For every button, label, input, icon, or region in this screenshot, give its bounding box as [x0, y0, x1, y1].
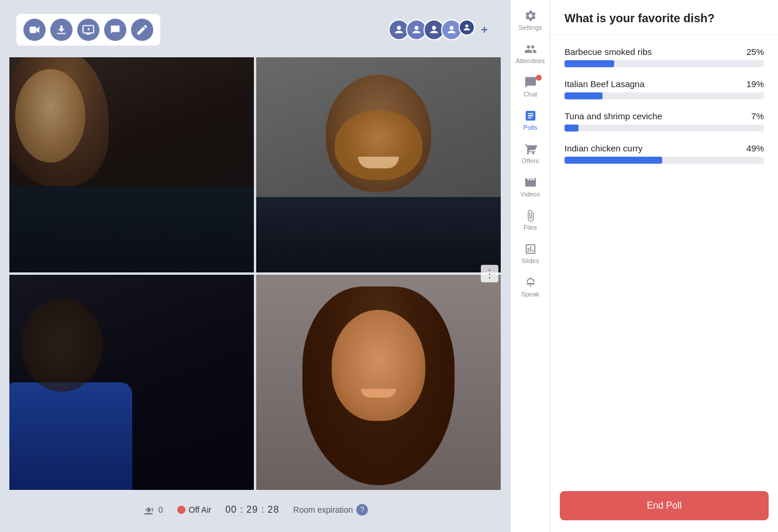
poll-item-4-header: Indian chicken curry 49% — [564, 143, 764, 153]
room-expiration-label: Room expiration — [293, 505, 353, 514]
sidebar-item-files[interactable]: Files — [511, 205, 550, 236]
sidebar-item-polls[interactable]: Polls — [511, 105, 550, 136]
avatar-5 — [459, 19, 475, 36]
toolbar-controls — [16, 14, 160, 46]
attendee-avatars: + — [388, 19, 494, 40]
sidebar-label-settings: Settings — [519, 24, 542, 31]
screen-share-button[interactable] — [77, 19, 99, 41]
bottom-bar: 0 Off Air 00 : 29 : 28 Room expiration ? — [9, 497, 501, 523]
sidebar-label-polls: Polls — [524, 124, 538, 131]
poll-item-2-pct: 19% — [746, 79, 764, 89]
chat-button[interactable] — [104, 19, 126, 41]
attendee-count: 0 — [142, 505, 163, 514]
chat-notification-dot — [536, 75, 542, 81]
poll-panel: What is your favorite dish? Barbecue smo… — [550, 0, 778, 532]
poll-bar-fill-1 — [564, 60, 614, 67]
camera-button[interactable] — [23, 19, 46, 41]
poll-item-2: Italian Beef Lasagna 19% — [564, 79, 764, 99]
sidebar-item-chat[interactable]: Chat — [511, 71, 550, 102]
poll-item-3: Tuna and shrimp ceviche 7% — [564, 111, 764, 132]
poll-item-3-header: Tuna and shrimp ceviche 7% — [564, 111, 764, 121]
toolbar-right: + — [388, 19, 494, 40]
poll-bar-bg-4 — [564, 157, 764, 164]
off-air-label: Off Air — [189, 505, 212, 514]
off-air-indicator: Off Air — [177, 505, 212, 514]
sidebar-label-files: Files — [524, 224, 537, 231]
poll-item-4-label: Indian chicken curry — [564, 143, 642, 153]
sidebar-item-attendees[interactable]: Attendees — [511, 38, 550, 69]
poll-item-1-label: Barbecue smoked ribs — [564, 47, 652, 57]
sidebar-item-videos[interactable]: Videos — [511, 171, 550, 202]
poll-item-3-label: Tuna and shrimp ceviche — [564, 111, 662, 121]
poll-item-4-pct: 49% — [746, 143, 764, 153]
end-poll-button[interactable]: End Poll — [560, 491, 769, 520]
poll-bar-bg-3 — [564, 125, 764, 132]
poll-bar-fill-3 — [564, 125, 579, 132]
poll-item-1: Barbecue smoked ribs 25% — [564, 47, 764, 67]
session-timer: 00 : 29 : 28 — [225, 505, 279, 515]
sidebar-item-offers[interactable]: Offers — [511, 138, 550, 169]
poll-content: Barbecue smoked ribs 25% Italian Beef La… — [550, 35, 778, 270]
sidebar-label-videos: Videos — [521, 191, 540, 198]
room-expiration: Room expiration ? — [293, 504, 368, 516]
poll-item-4: Indian chicken curry 49% — [564, 143, 764, 164]
svg-rect-0 — [30, 27, 36, 33]
download-button[interactable] — [50, 19, 73, 41]
poll-bar-fill-4 — [564, 157, 662, 164]
video-cell-4 — [256, 275, 501, 490]
more-options-button[interactable]: ⋮ — [481, 265, 498, 282]
edit-button[interactable] — [131, 19, 153, 41]
sidebar-item-settings[interactable]: Settings — [511, 5, 550, 36]
poll-question: What is your favorite dish? — [550, 0, 778, 35]
poll-bar-bg-2 — [564, 92, 764, 99]
poll-item-3-pct: 7% — [751, 111, 764, 121]
sidebar-item-speak[interactable]: Speak — [511, 271, 550, 302]
sidebar-label-slides: Slides — [522, 257, 539, 264]
main-video-area: + — [0, 0, 510, 532]
sidebar-label-offers: Offers — [522, 157, 539, 164]
poll-item-2-header: Italian Beef Lasagna 19% — [564, 79, 764, 89]
sidebar-label-chat: Chat — [524, 91, 537, 98]
sidebar: Settings Attendees Chat Polls Offers Vid — [510, 0, 550, 532]
video-cell-3 — [9, 275, 254, 490]
help-icon[interactable]: ? — [356, 504, 368, 516]
attendee-number: 0 — [159, 505, 163, 514]
poll-bar-bg-1 — [564, 60, 764, 67]
poll-item-1-header: Barbecue smoked ribs 25% — [564, 47, 764, 57]
add-attendee-button[interactable]: + — [475, 20, 494, 39]
sidebar-item-slides[interactable]: Slides — [511, 238, 550, 269]
poll-item-1-pct: 25% — [746, 47, 764, 57]
svg-rect-1 — [57, 33, 66, 34]
sidebar-label-speak: Speak — [521, 291, 539, 298]
video-grid: ⋮ — [9, 57, 501, 490]
poll-item-2-label: Italian Beef Lasagna — [564, 79, 645, 89]
poll-bar-fill-2 — [564, 92, 603, 99]
toolbar: + — [9, 9, 501, 50]
off-air-dot — [177, 506, 185, 514]
video-cell-1 — [9, 57, 254, 272]
video-cell-2 — [256, 57, 501, 272]
sidebar-label-attendees: Attendees — [516, 57, 545, 64]
